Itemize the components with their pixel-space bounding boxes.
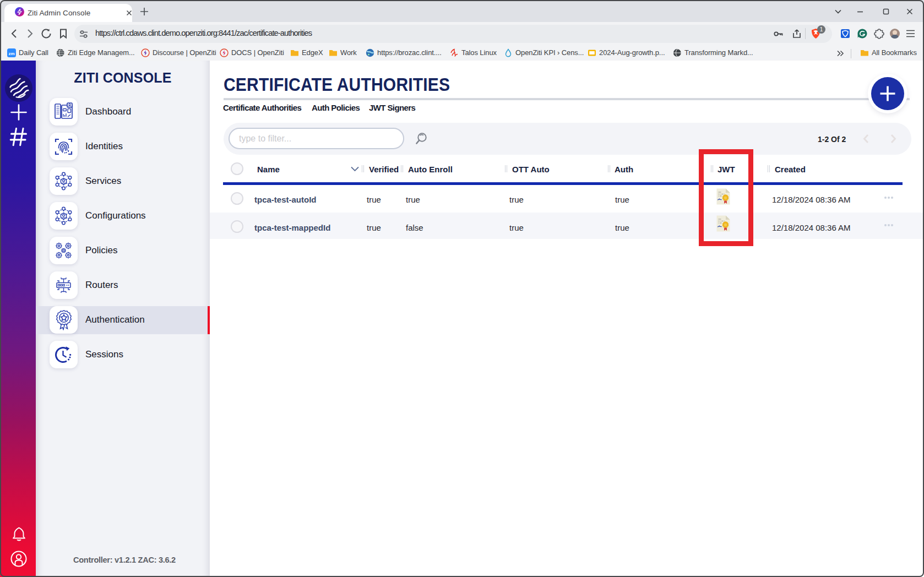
svg-text:zm: zm — [8, 51, 14, 56]
